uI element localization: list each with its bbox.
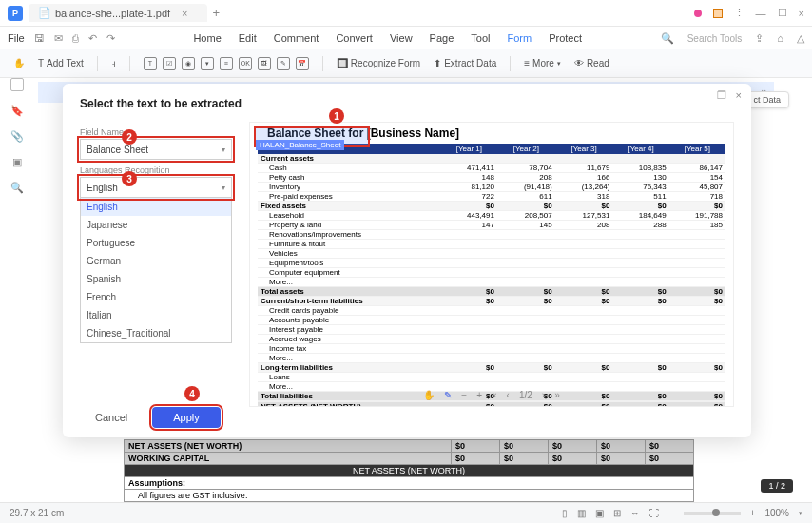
balance-sheet-table: [Year 1][Year 2][Year 3][Year 4][Year 5]… [258,144,725,407]
redo-icon[interactable]: ↷ [106,32,115,45]
lang-option-chinese_traditional[interactable]: Chinese_Traditional [81,324,231,342]
new-tab-button[interactable]: + [213,6,221,20]
view-single-icon[interactable]: ▯ [562,508,568,518]
left-sidebar: 🔖 📎 ▣ 🔍 [6,78,29,194]
list-field-icon[interactable]: ≡ [220,57,233,70]
menu-page[interactable]: Page [430,32,454,44]
tab-close-icon[interactable]: × [182,8,187,19]
alignment-icon[interactable]: ⫞ [111,58,116,68]
share-icon[interactable]: ⇪ [755,32,764,45]
document-preview: HALAN_Balance_Sheet Balance Sheet for [B… [249,122,734,407]
apply-button[interactable]: Apply [152,407,221,428]
callout-1: 1 [329,108,344,124]
preview-controls: ✋ ✎ − + « ‹ 1/2 › » [423,390,559,400]
page-number[interactable]: 1/2 [519,390,532,400]
zoom-out-icon[interactable]: − [461,390,467,400]
fit-page-icon[interactable]: ⛶ [649,508,659,518]
search-tools-input[interactable]: Search Tools [687,33,743,44]
recognize-form-button[interactable]: 🔲Recognize Form [337,58,420,68]
hand-pan-icon[interactable]: ✋ [423,390,435,400]
view-thumbnail-icon[interactable]: ⊞ [613,508,621,518]
menu-form[interactable]: Form [507,32,532,44]
extract-data-tag[interactable]: ct Data [744,91,789,108]
lang-option-english[interactable]: English [81,198,231,216]
page-indicator: 1 / 2 [761,479,793,493]
window-action-icon[interactable] [713,9,723,18]
prev-page-icon[interactable]: ‹ [507,390,510,400]
callout-3: 3 [122,171,137,186]
last-page-icon[interactable]: » [554,390,560,400]
field-name-label: Field Name [80,127,232,137]
mail-icon[interactable]: ✉ [54,32,63,45]
dialog-close-icon[interactable]: × [736,89,742,102]
lang-option-italian[interactable]: Italian [81,306,231,324]
search-panel-icon[interactable]: 🔍 [10,182,24,194]
menu-view[interactable]: View [390,32,413,44]
image-field-icon[interactable]: 🖼 [258,57,271,70]
lang-option-french[interactable]: French [81,288,231,306]
combo-field-icon[interactable]: ▾ [201,57,214,70]
zoom-in-status-icon[interactable]: + [750,508,756,518]
lang-option-german[interactable]: German [81,252,231,270]
print-icon[interactable]: ⎙ [72,32,79,45]
field-tag: HALAN_Balance_Sheet [256,140,344,150]
view-facing-icon[interactable]: ▣ [595,508,604,518]
signature-field-icon[interactable]: ✎ [277,57,290,70]
more-button[interactable]: ≡More▾ [524,58,561,68]
overflow-menu-icon[interactable]: ⋮ [734,7,744,19]
first-page-icon[interactable]: « [492,390,497,400]
close-window-icon[interactable]: × [799,8,804,19]
bookmark-icon[interactable]: 🔖 [10,105,24,117]
read-button[interactable]: 👁Read [574,58,609,68]
zoom-in-icon[interactable]: + [476,390,482,400]
language-select[interactable]: English▾ [80,177,232,198]
lang-option-spanish[interactable]: Spanish [81,270,231,288]
cloud-icon[interactable]: ⌂ [777,32,783,44]
next-page-icon[interactable]: › [542,390,545,400]
text-field-icon[interactable]: T [144,57,157,70]
date-field-icon[interactable]: 📅 [296,57,309,70]
file-menu[interactable]: File [8,32,25,44]
form-field-tools: T ☑ ◉ ▾ ≡ OK 🖼 ✎ 📅 [144,57,309,70]
lang-option-japanese[interactable]: Japanese [81,216,231,234]
lang-option-portuguese[interactable]: Portuguese [81,234,231,252]
maximize-icon[interactable]: ☐ [778,7,787,19]
undo-icon[interactable]: ↶ [88,32,97,45]
menu-tool[interactable]: Tool [471,32,490,44]
language-options-list: EnglishJapanesePortugueseGermanSpanishFr… [80,198,232,343]
add-text-button[interactable]: TAdd Text [38,58,84,68]
minimize-icon[interactable]: — [756,8,766,19]
zoom-out-status-icon[interactable]: − [668,508,674,518]
assistant-icon[interactable] [694,10,702,17]
menu-convert[interactable]: Convert [336,32,373,44]
zoom-slider[interactable] [684,512,741,515]
menu-comment[interactable]: Comment [274,32,319,44]
button-field-icon[interactable]: OK [239,57,252,70]
cancel-button[interactable]: Cancel [80,407,143,428]
zoom-value[interactable]: 100% [764,508,789,518]
field-name-select[interactable]: Balance Sheet▾ [80,139,232,160]
extract-data-button[interactable]: ⬆Extract Data [434,58,496,68]
tab-filename: balance-she...plate-1.pdf [55,8,170,19]
statusbar: 29.7 x 21 cm ▯ ▥ ▣ ⊞ ↔ ⛶ − + 100% ▾ [0,502,812,523]
menu-protect[interactable]: Protect [549,32,582,44]
menu-home[interactable]: Home [193,32,221,44]
callout-4: 4 [184,386,200,401]
dialog-restore-icon[interactable]: ❐ [717,89,726,102]
edit-pencil-icon[interactable]: ✎ [444,390,452,400]
thumbnails-icon[interactable] [10,78,24,91]
page-dimensions: 29.7 x 21 cm [10,508,64,518]
settings-icon[interactable]: △ [797,32,804,45]
attachment-icon[interactable]: 📎 [10,130,24,143]
view-continuous-icon[interactable]: ▥ [577,508,586,518]
fit-width-icon[interactable]: ↔ [630,508,640,518]
layers-icon[interactable]: ▣ [12,156,22,168]
hand-tool-icon[interactable]: ✋ [13,58,25,68]
checkbox-field-icon[interactable]: ☑ [163,57,176,70]
radio-field-icon[interactable]: ◉ [182,57,195,70]
save-icon[interactable]: 🖫 [34,32,45,45]
document-tab[interactable]: 📄 balance-she...plate-1.pdf × [29,4,207,22]
menu-edit[interactable]: Edit [239,32,257,44]
extraction-settings-panel: Field Name Balance Sheet▾ Languages Reco… [80,122,232,407]
search-icon: 🔍 [661,32,674,45]
